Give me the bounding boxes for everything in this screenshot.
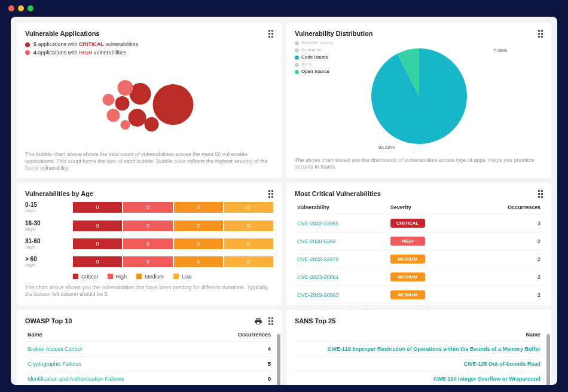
owasp-item-link[interactable]: Cryptographic Failures — [25, 357, 206, 372]
svg-point-3 — [115, 96, 130, 111]
table-row: CVE-2022-22965 CRITICAL 3 — [295, 215, 543, 232]
severity-badge: HIGH — [390, 237, 425, 246]
svg-point-6 — [107, 109, 120, 122]
severity-badge: MEDIUM — [390, 290, 425, 299]
sans-item-link[interactable]: CWE-190 Integer Overflow or Wraparound — [295, 372, 543, 385]
age-row-label: 31-60days — [25, 238, 67, 250]
svg-point-4 — [145, 117, 159, 131]
maximize-dot[interactable] — [28, 5, 33, 11]
card-vulnerability-distribution: Vulnerability Distribution Website Issue… — [286, 23, 551, 178]
table-row: Cryptographic Failures 5 — [25, 357, 273, 372]
card-sans-top-25: SANS Top 25 Name CWE-119 Improper Restri… — [286, 310, 551, 385]
card-footer: The bubble chart above shows the total c… — [25, 151, 273, 172]
table-row: CWE-190 Integer Overflow or Wraparound — [295, 372, 543, 385]
minimize-dot[interactable] — [18, 5, 24, 11]
window-titlebar — [0, 0, 568, 17]
card-title: Vulnerable Applications — [25, 30, 273, 37]
age-cell: 0 — [174, 202, 223, 213]
card-title: SANS Top 25 — [295, 317, 543, 324]
legend-item: Low — [173, 274, 192, 280]
table-row: CWE-119 Improper Restriction of Operatio… — [295, 342, 543, 357]
summary-line: 4 applications with HIGH vulnerabilities — [25, 49, 273, 57]
vulnerability-link[interactable]: CVE-2022-22965 — [297, 220, 339, 226]
owasp-item-link[interactable]: Identification and Authentication Failur… — [25, 372, 206, 385]
column-header: Vulnerability — [295, 201, 388, 215]
age-cell: 0 — [224, 238, 273, 249]
column-header: Occurrences — [206, 328, 273, 342]
drag-handle-icon[interactable] — [268, 30, 273, 38]
sans-item-link[interactable]: CWE-125 Out-of-bounds Read — [295, 357, 543, 372]
drag-handle-icon[interactable] — [268, 317, 273, 325]
card-most-critical-vulnerabilities: Most Critical Vulnerabilities Vulnerabil… — [286, 183, 551, 305]
column-header: Name — [25, 328, 206, 342]
occurrences-cell: 2 — [467, 286, 543, 304]
print-icon[interactable] — [254, 317, 262, 326]
legend-item: Critical — [73, 274, 98, 280]
occurrences-cell: 0 — [206, 372, 273, 385]
age-cell: 0 — [73, 202, 122, 213]
age-row-label: 16-30days — [25, 220, 67, 232]
card-title: Vulnerabilities by Age — [25, 190, 273, 197]
age-cell: 0 — [73, 256, 122, 267]
age-cell: 0 — [224, 202, 273, 213]
card-vulnerable-applications: Vulnerable Applications 5 applications w… — [17, 23, 282, 178]
age-cell: 0 — [174, 220, 223, 231]
occurrences-cell: 2 — [467, 250, 543, 268]
table-row: CVE-2022-22970 MEDIUM 2 — [295, 250, 543, 268]
svg-point-7 — [103, 94, 115, 106]
age-row: 0000 — [73, 220, 273, 231]
scrollbar[interactable] — [277, 334, 280, 385]
age-cell: 0 — [123, 202, 172, 213]
table-row: CVE-2023-20863 MEDIUM 2 — [295, 286, 543, 304]
pie-chart: 7.48% 92.52% — [295, 41, 543, 152]
age-row-label: 0-15days — [25, 201, 67, 213]
card-footer: The chart above shows you the vulnerabil… — [25, 284, 273, 298]
vulnerability-link[interactable]: CVE-2023-20863 — [297, 292, 339, 298]
table-row: CVE-2020-5398 HIGH 2 — [295, 232, 543, 250]
age-cell: 0 — [123, 220, 172, 231]
occurrences-cell: 2 — [467, 232, 543, 250]
severity-badge: MEDIUM — [390, 272, 425, 281]
vulnerability-link[interactable]: CVE-2022-22970 — [297, 256, 339, 262]
age-cell: 0 — [174, 238, 223, 249]
severity-badge: MEDIUM — [390, 255, 425, 264]
legend-item: High — [108, 274, 127, 280]
summary-line: 5 applications with CRITICAL vulnerabili… — [25, 41, 273, 49]
age-cell: 0 — [123, 238, 172, 249]
svg-point-5 — [118, 80, 133, 96]
card-footer: The above chart shows you the distributi… — [295, 157, 543, 171]
legend-item: Medium — [136, 274, 164, 280]
card-vulnerabilities-by-age: Vulnerabilities by Age 0-15days000016-30… — [17, 183, 282, 305]
age-row: 0000 — [73, 202, 273, 213]
age-cell: 0 — [224, 220, 273, 231]
svg-point-2 — [129, 109, 146, 127]
card-title: Vulnerability Distribution — [295, 30, 543, 37]
card-owasp-top-10: OWASP Top 10 NameOccurrences Broken Acce… — [17, 310, 282, 385]
occurrences-cell: 3 — [467, 215, 543, 232]
close-dot[interactable] — [8, 5, 14, 11]
drag-handle-icon[interactable] — [538, 30, 543, 38]
age-cell: 0 — [73, 238, 122, 249]
card-title: OWASP Top 10 — [25, 317, 273, 324]
owasp-item-link[interactable]: Broken Access Control — [25, 342, 206, 357]
age-cell: 0 — [123, 256, 172, 267]
table-row: CWE-125 Out-of-bounds Read — [295, 357, 543, 372]
table-row: CVE-2023-20861 MEDIUM 2 — [295, 268, 543, 286]
drag-handle-icon[interactable] — [538, 190, 543, 198]
vulnerability-link[interactable]: CVE-2023-20861 — [297, 274, 339, 280]
table-row: Identification and Authentication Failur… — [25, 372, 273, 385]
vulnerability-link[interactable]: CVE-2020-5398 — [297, 238, 336, 244]
svg-point-8 — [121, 120, 130, 130]
age-cell: 0 — [224, 256, 273, 267]
age-row: 0000 — [73, 256, 273, 267]
severity-badge: CRITICAL — [390, 219, 425, 228]
svg-point-0 — [153, 84, 194, 125]
column-header: Name — [295, 328, 543, 342]
pie-slice-label: 92.52% — [378, 145, 395, 150]
age-cell: 0 — [73, 220, 122, 231]
scrollbar[interactable] — [546, 334, 550, 385]
drag-handle-icon[interactable] — [268, 190, 273, 198]
sans-item-link[interactable]: CWE-119 Improper Restriction of Operatio… — [295, 342, 543, 357]
age-legend: CriticalHighMediumLow — [73, 274, 273, 280]
occurrences-cell: 4 — [206, 342, 273, 357]
